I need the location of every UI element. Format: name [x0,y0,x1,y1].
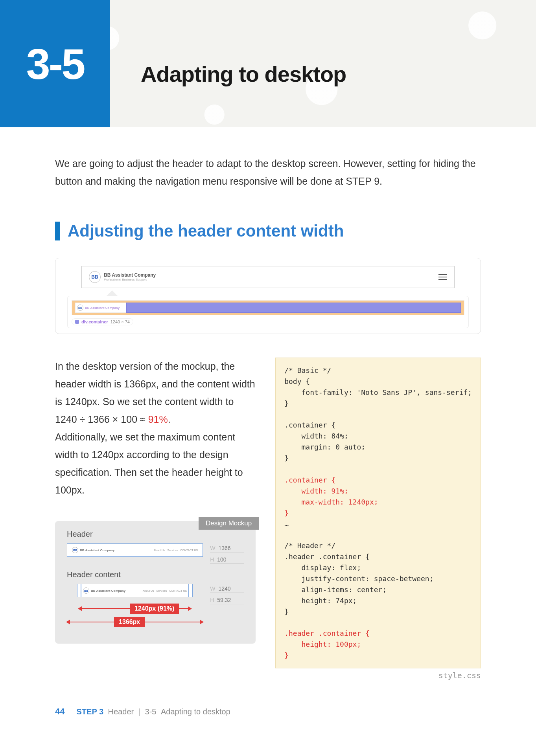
content-column: We are going to adjust the header to ada… [0,127,536,756]
devtools-element-label: div.container 1240 × 74 [72,318,133,325]
dim-header-h: 100 [217,556,226,563]
badge-1366: 1366px [114,617,145,627]
mini-logo-badge: BB [72,547,78,553]
footer-crumb-number: 3-5 [145,707,157,716]
devtools-element-size: 1240 × 74 [111,319,130,324]
mock-header-bar: BB BB Assistant Company Professional Bus… [81,266,455,288]
mini-nav-item: CONTACT US [169,589,187,592]
mock-logo-badge: BB [89,271,101,283]
mini-logo-text: BB Assistant Company [80,549,114,552]
right-column: /* Basic */ body { font-family: 'Noto Sa… [275,358,481,680]
design-label-header: Header [67,530,244,539]
callout-pointer-icon [107,290,118,296]
page-footer: 44 STEP 3 Header | 3-5 Adapting to deskt… [55,706,481,748]
body-p1-b: . [168,414,171,425]
design-content-dimensions: W1240 H59.32 [210,584,244,604]
footer-divider [55,696,481,696]
design-header-dimensions: W1366 H100 [210,543,244,564]
mock-logo-badge-small: BB [77,305,83,311]
footer-breadcrumb: STEP 3 Header | 3-5 Adapting to desktop [76,707,230,716]
design-header-bar: BB BB Assistant Company About Us Service… [67,543,203,557]
banner: 3-5 Adapting to desktop [0,0,536,127]
footer-crumb-name: Adapting to desktop [161,707,230,716]
footer-step-label: STEP 3 [76,707,103,716]
code-segment-basic: /* Basic */ body { font-family: 'Noto Sa… [284,366,472,462]
mini-nav-item: About Us [143,589,154,592]
devtools-logo-cell: BB BB Assistant Company [75,303,126,313]
header-screenshot-mock: BB BB Assistant Company Professional Bus… [55,258,481,334]
devtools-color-swatch [75,320,79,324]
design-row-content: BB BB Assistant Company About Us Service… [67,584,244,604]
code-filename: style.css [275,671,481,680]
devtools-mini-logo-text: BB Assistant Company [85,306,120,310]
badge-1240-91: 1240px (91%) [130,604,179,614]
mini-logo-badge: BB [83,587,89,594]
page-title: Adapting to desktop [141,61,346,87]
mock-logo-subtext: Professional Business Support [104,278,156,281]
two-column-row: In the desktop version of the mockup, th… [55,358,481,680]
devtools-overlay: BB BB Assistant Company div.container 12… [67,296,469,328]
left-column: In the desktop version of the mockup, th… [55,358,256,644]
dim-header-w: 1366 [218,545,230,551]
design-mockup-tab: Design Mockup [199,517,259,530]
devtools-element-tag: div.container [81,319,108,324]
design-row-header: BB BB Assistant Company About Us Service… [67,543,244,564]
dim-content-h: 59.32 [217,597,231,603]
code-block: /* Basic */ body { font-family: 'Noto Sa… [275,358,481,668]
design-content-bar: BB BB Assistant Company About Us Service… [77,584,193,597]
devtools-highlight-row: BB BB Assistant Company [72,300,464,315]
devtools-content-highlight [126,303,461,313]
design-width-arrows: 1240px (91%) 1366px [67,606,244,633]
mock-logo: BB BB Assistant Company Professional Bus… [89,271,156,283]
section-number: 3-5 [26,39,84,89]
code-segment-container-hl: .container { width: 91%; max-width: 1240… [284,476,378,517]
footer-step-name: Header [108,707,134,716]
code-segment-header-hl: .header .container { height: 100px; } [284,629,370,659]
section-number-badge: 3-5 [0,0,110,127]
body-paragraph-2: Additionally, we set the maximum content… [55,428,256,499]
body-p1-highlight: 91% [148,414,168,425]
design-label-content: Header content [67,570,244,579]
intro-paragraph: We are going to adjust the header to ada… [55,155,481,190]
mini-nav-item: CONTACT US [180,549,198,552]
mini-nav-item: Services [167,549,178,552]
mini-nav-item: Services [156,589,167,592]
code-segment-header: … /* Header */ .header .container { disp… [284,519,433,615]
mini-nav-item: About Us [154,549,165,552]
hamburger-icon [438,274,447,280]
mini-nav: About Us Services CONTACT US [154,549,198,552]
mini-nav: About Us Services CONTACT US [143,589,187,592]
body-paragraph-1: In the desktop version of the mockup, th… [55,358,256,428]
page-number: 44 [55,706,64,717]
dim-content-w: 1240 [218,585,230,592]
page: 3-5 Adapting to desktop We are going to … [0,0,536,756]
design-mockup-panel: Design Mockup Header BB BB Assistant Com… [55,521,256,644]
section-heading: Adjusting the header content width [55,222,481,240]
mock-logo-text: BB Assistant Company [104,273,156,278]
mini-logo-text: BB Assistant Company [91,589,125,593]
